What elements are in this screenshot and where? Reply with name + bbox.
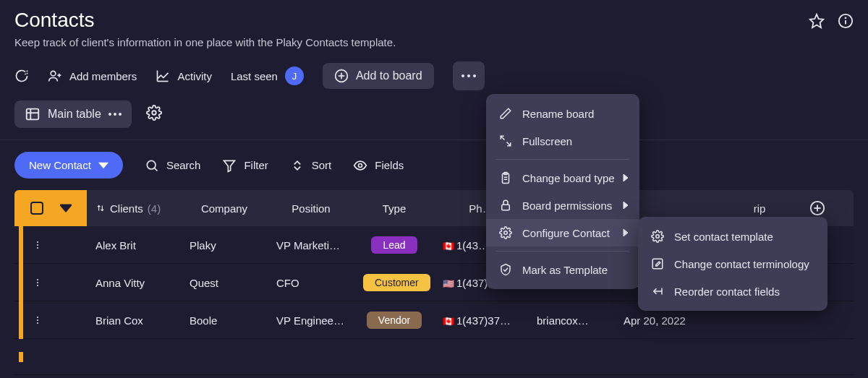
info-icon[interactable] (838, 13, 854, 32)
menu-item-mark-as-template[interactable]: Mark as Template (486, 256, 639, 283)
menu-item-fullscreen[interactable]: Fullscreen (486, 127, 639, 155)
svg-point-26 (37, 244, 38, 246)
cell-name: Alex Brit (87, 239, 181, 252)
menu-item-label: Fullscreen (522, 135, 572, 147)
column-desc[interactable]: rip (716, 202, 803, 215)
drag-icon (95, 203, 106, 213)
cell-company: Boole (181, 314, 268, 327)
submenu-item-label: Change contact terminology (674, 258, 809, 270)
main-table-view[interactable]: Main table (14, 100, 132, 128)
view-settings-button[interactable] (146, 105, 162, 124)
flag-icon: 🇨🇦 (443, 316, 454, 327)
page-subtitle: Keep track of client's information in on… (14, 36, 809, 48)
menu-item-change-board-type[interactable]: Change board type (486, 164, 639, 192)
svg-point-4 (51, 71, 56, 76)
cell-company: Quest (181, 277, 268, 289)
svg-marker-18 (224, 160, 235, 171)
filter-label: Filter (244, 159, 268, 171)
add-members-label: Add members (69, 70, 137, 82)
menu-item-label: Rename board (522, 108, 594, 120)
cell-type: Vendor (354, 312, 434, 329)
submenu-item-label: Set contact template (674, 231, 773, 243)
chevron-down-icon (98, 160, 109, 171)
chevron-down-icon (60, 202, 72, 214)
actions-row: New Contact Search Filter Sort Fields (0, 140, 868, 190)
submenu-item-set-contact-template[interactable]: Set contact template (638, 223, 827, 250)
cell-name: Anna Vitty (87, 277, 181, 289)
add-to-board-label: Add to board (356, 69, 422, 82)
new-contact-label: New Contact (29, 159, 91, 171)
menu-separator (496, 251, 629, 252)
svg-line-17 (154, 168, 157, 171)
svg-point-27 (37, 247, 38, 249)
board-menu: Rename boardFullscreenChange board typeB… (486, 94, 639, 289)
column-type[interactable]: Type (354, 202, 434, 215)
submenu-item-reorder-contact-fields[interactable]: Reorder contact fields (638, 278, 827, 305)
type-tag: Customer (363, 274, 430, 291)
cell-date: Apr 20, 2022 (615, 314, 716, 327)
svg-point-30 (37, 285, 38, 286)
main-table-label: Main table (48, 108, 101, 121)
row-handle[interactable] (14, 226, 87, 264)
title-block: Contacts Keep track of client's informat… (14, 9, 809, 48)
add-to-board-button[interactable]: Add to board (323, 63, 434, 89)
svg-point-31 (37, 317, 38, 318)
svg-point-19 (359, 163, 362, 167)
sort-button[interactable]: Sort (290, 158, 332, 173)
menu-item-board-permissions[interactable]: Board permissions (486, 192, 639, 219)
last-seen[interactable]: Last seen J (231, 66, 304, 85)
svg-point-28 (37, 279, 38, 280)
svg-point-25 (37, 241, 38, 243)
svg-point-15 (152, 111, 156, 115)
activity-button[interactable]: Activity (156, 69, 212, 83)
avatar: J (285, 66, 304, 85)
chevron-right-icon (622, 174, 629, 181)
more-button[interactable] (453, 61, 485, 90)
submenu-item-label: Reorder contact fields (674, 285, 780, 298)
svg-marker-0 (810, 14, 823, 27)
more-vertical-icon[interactable] (32, 239, 43, 251)
cell-type: Lead (354, 236, 434, 254)
filter-button[interactable]: Filter (222, 158, 268, 173)
select-all[interactable] (14, 190, 87, 226)
column-company[interactable]: Company (181, 202, 268, 215)
row-color-bar (19, 264, 23, 301)
submenu-item-change-contact-terminology[interactable]: Change contact terminology (638, 250, 827, 278)
type-tag: Vendor (367, 312, 422, 329)
column-clients[interactable]: Clients (4) (87, 202, 181, 215)
star-icon[interactable] (809, 13, 825, 32)
page-title: Contacts (14, 9, 809, 32)
type-tag: Lead (371, 236, 417, 254)
row-color-bar (19, 226, 23, 264)
add-members-button[interactable]: Add members (48, 69, 137, 83)
column-label: Clients (110, 202, 143, 215)
menu-separator (496, 159, 629, 160)
cell-name: Brian Cox (87, 314, 181, 327)
menu-item-rename-board[interactable]: Rename board (486, 100, 639, 127)
column-position[interactable]: Position (268, 202, 354, 215)
refresh-button[interactable] (14, 69, 29, 83)
row-handle[interactable] (14, 264, 87, 301)
cell-company: Plaky (181, 239, 268, 252)
more-vertical-icon[interactable] (32, 277, 43, 288)
svg-point-33 (37, 322, 38, 324)
svg-point-3 (846, 17, 846, 18)
menu-item-label: Board permissions (522, 199, 612, 212)
flag-icon: 🇺🇸 (443, 278, 454, 289)
column-label: Company (201, 202, 247, 215)
new-contact-button[interactable]: New Contact (14, 152, 123, 179)
svg-line-34 (501, 136, 504, 139)
menu-item-label: Mark as Template (522, 264, 608, 276)
more-icon (461, 74, 476, 77)
row-handle[interactable] (14, 301, 87, 339)
menu-item-label: Change board type (522, 172, 615, 184)
svg-point-29 (37, 282, 38, 283)
fields-button[interactable]: Fields (353, 158, 404, 173)
fields-label: Fields (375, 159, 404, 171)
search-button[interactable]: Search (145, 158, 201, 173)
activity-label: Activity (177, 70, 212, 82)
menu-item-configure-contact[interactable]: Configure Contact (486, 219, 639, 246)
more-vertical-icon[interactable] (32, 314, 43, 326)
cell-position: CFO (268, 277, 354, 289)
view-more-icon[interactable] (109, 113, 122, 116)
